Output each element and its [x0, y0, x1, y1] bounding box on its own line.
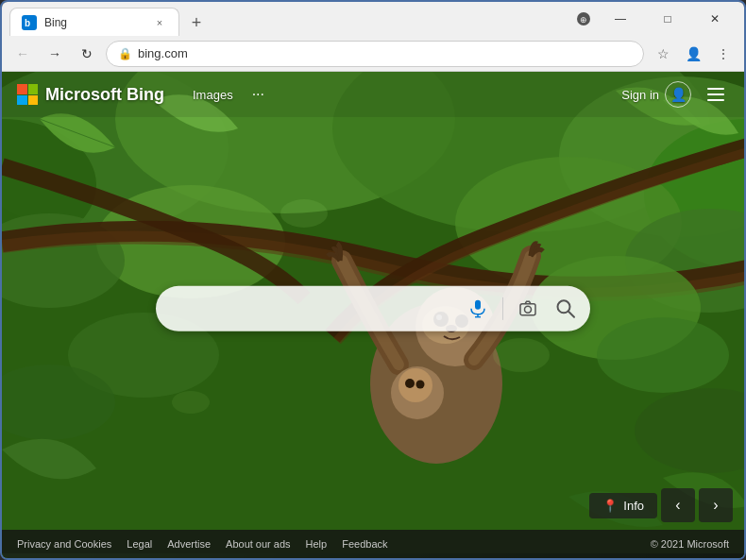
footer-copyright: © 2021 Microsoft — [651, 538, 729, 550]
bing-nav-links: Images ··· — [187, 84, 270, 106]
search-button[interactable] — [549, 291, 583, 325]
refresh-button[interactable]: ↻ — [74, 41, 100, 67]
bing-navbar: Microsoft Bing Images ··· Sign in 👤 — [2, 72, 744, 117]
footer-about-ads[interactable]: About our ads — [226, 538, 291, 550]
sign-in-button[interactable]: Sign in 👤 — [621, 81, 691, 108]
search-container — [156, 285, 590, 331]
footer-links: Privacy and Cookies Legal Advertise Abou… — [17, 538, 651, 550]
bing-nav-right: Sign in 👤 — [621, 81, 729, 108]
svg-text:⊕: ⊕ — [580, 15, 587, 25]
address-actions: ☆ 👤 ⋮ — [650, 41, 737, 67]
svg-text:b: b — [25, 18, 30, 28]
favorites-button[interactable]: ☆ — [650, 41, 676, 67]
url-text: bing.com — [138, 46, 188, 60]
browser-window: b Bing × + ⊕ — □ ✕ — [0, 0, 746, 560]
browser-menu-icon: ⊕ — [576, 11, 591, 26]
svg-point-33 — [172, 391, 210, 414]
tab-area: b Bing × + — [9, 2, 572, 36]
search-icons — [461, 291, 583, 325]
window-controls: — □ ✕ — [599, 4, 737, 34]
nav-more-dots[interactable]: ··· — [246, 84, 270, 105]
camera-search-icon — [518, 298, 537, 317]
footer-advertise[interactable]: Advertise — [167, 538, 211, 550]
info-label: Info — [623, 499, 644, 513]
location-pin-icon: 📍 — [602, 499, 618, 513]
footer-privacy[interactable]: Privacy and Cookies — [17, 538, 111, 550]
back-button[interactable]: ← — [9, 41, 36, 67]
tab-close-button[interactable]: × — [152, 15, 167, 30]
bing-favicon: b — [22, 15, 37, 30]
active-tab[interactable]: b Bing × — [9, 8, 179, 36]
address-bar-input[interactable]: 🔒 bing.com — [106, 41, 644, 67]
svg-point-27 — [597, 317, 729, 393]
mic-icon — [469, 298, 486, 317]
microphone-button[interactable] — [461, 291, 495, 325]
svg-point-31 — [280, 199, 328, 228]
svg-point-38 — [525, 306, 532, 313]
forward-button[interactable]: → — [42, 41, 68, 67]
user-avatar-icon: 👤 — [665, 81, 691, 108]
bottom-bar: 📍 Info ‹ › Privacy and Cookies Legal Adv… — [2, 488, 744, 558]
browser-menu-button[interactable]: ⋮ — [710, 41, 737, 67]
profile-button[interactable]: 👤 — [680, 41, 706, 67]
next-image-button[interactable]: › — [699, 488, 733, 522]
tab-title: Bing — [44, 16, 144, 29]
new-tab-button[interactable]: + — [183, 9, 210, 36]
footer-bar: Privacy and Cookies Legal Advertise Abou… — [2, 530, 744, 558]
visual-search-button[interactable] — [511, 291, 545, 325]
search-divider — [502, 297, 503, 319]
hamburger-icon — [707, 88, 724, 101]
title-bar: b Bing × + ⊕ — □ ✕ — [2, 2, 744, 36]
svg-line-40 — [568, 311, 574, 316]
maximize-button[interactable]: □ — [646, 4, 689, 34]
info-button[interactable]: 📍 Info — [589, 493, 657, 518]
svg-point-25 — [416, 381, 425, 389]
svg-point-24 — [405, 379, 415, 388]
svg-rect-34 — [475, 299, 481, 309]
search-icon — [555, 297, 576, 318]
footer-legal[interactable]: Legal — [127, 538, 152, 550]
svg-point-23 — [398, 368, 432, 402]
bing-logo[interactable]: Microsoft Bing — [17, 84, 164, 105]
webpage-content: Microsoft Bing Images ··· Sign in 👤 — [2, 72, 744, 558]
sign-in-label: Sign in — [621, 88, 659, 102]
footer-feedback[interactable]: Feedback — [342, 538, 387, 550]
lock-icon: 🔒 — [118, 47, 132, 60]
microsoft-logo-icon — [17, 84, 38, 105]
svg-point-32 — [493, 338, 550, 372]
address-bar: ← → ↻ 🔒 bing.com ☆ 👤 ⋮ — [2, 36, 744, 72]
nav-link-images[interactable]: Images — [187, 84, 239, 106]
search-box[interactable] — [156, 285, 590, 331]
prev-image-button[interactable]: ‹ — [661, 488, 695, 522]
minimize-button[interactable]: — — [599, 4, 642, 34]
info-navigation-row: 📍 Info ‹ › — [2, 488, 744, 530]
bing-logo-text: Microsoft Bing — [45, 85, 164, 105]
hamburger-menu-button[interactable] — [703, 81, 729, 108]
close-button[interactable]: ✕ — [693, 4, 737, 34]
footer-help[interactable]: Help — [306, 538, 328, 550]
